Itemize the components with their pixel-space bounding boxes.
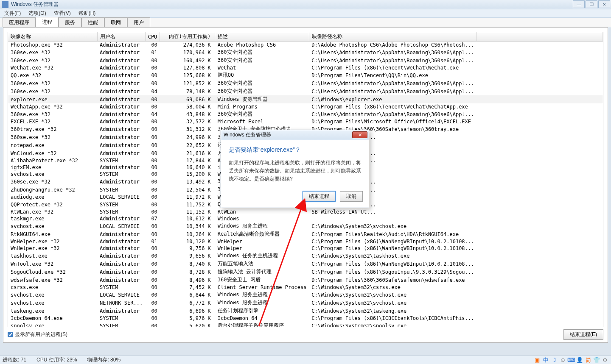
status-cpu: CPU 使用率: 23%	[36, 356, 77, 364]
col-cpu[interactable]: CPU	[145, 32, 160, 42]
tray-icon[interactable]: ⌨	[568, 357, 575, 364]
cell-mem: 5,620 K	[160, 322, 215, 327]
tray-icon[interactable]: 👕	[593, 357, 600, 364]
close-button[interactable]: ✕	[598, 0, 610, 8]
table-row[interactable]: wdswfsafe.exe *32Administrator008,496 K3…	[8, 276, 603, 284]
cell-user: Administrator	[97, 164, 145, 171]
tab-processes[interactable]: 进程	[36, 17, 59, 27]
tray-icon[interactable]: ⚙	[602, 357, 608, 364]
table-row[interactable]: WeChatApp.exe *32Administrator0058,004 K…	[8, 103, 603, 110]
table-row[interactable]: WnTool.exe *32Administrator008,740 K万能五笔…	[8, 260, 603, 268]
col-user[interactable]: 用户名	[97, 32, 145, 42]
table-row[interactable]: SogouCloud.exe *32Administrator008,728 K…	[8, 268, 603, 276]
cell-path: D:\Program Files\Tencent\QQ\Bin\QQ.exe	[309, 71, 476, 79]
cell-cpu: 07	[145, 215, 160, 222]
table-row[interactable]: csrss.exeSYSTEM007,452 KClient Server Ru…	[8, 284, 603, 291]
tray-icon[interactable]: ▣	[534, 357, 541, 364]
cell-desc: 360安全浏览器	[215, 87, 309, 95]
cell-mem: 12,504 K	[160, 186, 215, 194]
cell-mem: 24,996 K	[160, 133, 215, 141]
table-row[interactable]: taskeng.exeAdministrator006,696 K任务计划程序引…	[8, 307, 603, 315]
menu-view[interactable]: 查看(V)	[52, 9, 73, 18]
tray-icon[interactable]: 👤	[576, 357, 583, 364]
show-all-users-input[interactable]	[8, 332, 13, 337]
cell-cpu: 00	[145, 103, 160, 110]
menu-options[interactable]: 选项(O)	[27, 9, 48, 18]
minimize-button[interactable]: —	[573, 0, 585, 8]
table-row[interactable]: taskmgr.exeAdministrator0710,612 KWindow…	[8, 215, 603, 222]
cell-user: SYSTEM	[97, 284, 145, 291]
cell-cpu: 00	[145, 56, 160, 64]
table-row[interactable]: Photoshop.exe *32Administrator00274,036 …	[8, 42, 603, 49]
table-row[interactable]: 360se.exe *32Administrator00160,492 K360…	[8, 56, 603, 64]
col-description[interactable]: 描述	[215, 32, 309, 42]
table-row[interactable]: RtWLan.exe *32SYSTEM0011,152 KRtWLanSB W…	[8, 208, 603, 215]
table-row[interactable]: explorer.exeAdministrator0069,086 KWindo…	[8, 95, 603, 103]
status-process-count: 进程数: 71	[3, 356, 26, 364]
table-row[interactable]: svchost.exeNETWORK SER...006,772 KWindow…	[8, 299, 603, 307]
cell-cpu: 00	[145, 268, 160, 276]
table-row[interactable]: 360se.exe *32Administrator0443,848 K360安…	[8, 110, 603, 118]
cell-mem: 32,572 K	[160, 118, 215, 125]
cell-mem: 6,772 K	[160, 299, 215, 307]
dialog-ok-button[interactable]: 结束进程	[303, 191, 336, 202]
tab-performance[interactable]: 性能	[81, 17, 104, 27]
cell-mem: 6,696 K	[160, 307, 215, 315]
cell-desc: WnHelper	[215, 245, 309, 252]
cell-mem: 121,852 K	[160, 79, 215, 87]
table-row[interactable]: 360se.exe *32Administrator00121,852 K360…	[8, 79, 603, 87]
end-process-button[interactable]: 结束进程(E)	[563, 329, 603, 340]
menubar: 文件(F) 选项(O) 查看(V) 帮助(H)	[0, 9, 611, 18]
table-row[interactable]: spoolsv.exeSYSTEM005,620 K后台处理程序子系统应用程序C…	[8, 322, 603, 327]
table-row[interactable]: QQ.exe *32Administrator00125,668 K腾讯QQD:…	[8, 71, 603, 79]
cell-path: C:\Program Files (x86)\WanNengWBInput\10…	[309, 260, 476, 268]
cell-user: Administrator	[97, 268, 145, 276]
cell-mem: 125,668 K	[160, 71, 215, 79]
cell-name: taskhost.exe	[8, 252, 97, 260]
cell-desc: IcbcDaemon_64	[215, 315, 309, 322]
tray-icon[interactable]: 中	[542, 357, 549, 364]
col-path[interactable]: 映像路径名称	[309, 32, 476, 42]
cell-user: Administrator	[97, 238, 145, 245]
cell-desc: Adobe Photoshop CS6	[215, 42, 309, 49]
table-row[interactable]: svchost.exeLOCAL SERVICE006,844 KWindows…	[8, 291, 603, 299]
cell-desc: WnHelper	[215, 238, 309, 245]
cell-desc: RtWLan	[215, 208, 309, 215]
cell-cpu: 00	[145, 157, 160, 164]
cell-desc: 万能五笔输入法	[215, 260, 309, 268]
show-all-users-checkbox[interactable]: 显示所有用户的进程(S)	[8, 331, 67, 338]
cell-user: Administrator	[97, 56, 145, 64]
col-image-name[interactable]: 映像名称	[8, 32, 97, 42]
tab-applications[interactable]: 应用程序	[3, 17, 36, 27]
table-row[interactable]: 360se.exe *32Administrator0478,148 K360安…	[8, 87, 603, 95]
cell-cpu: 00	[145, 307, 160, 315]
table-row[interactable]: svchost.exeLOCAL SERVICE0010,344 KWindow…	[8, 222, 603, 230]
cell-user: Administrator	[97, 118, 145, 125]
cell-user: Administrator	[97, 125, 145, 133]
menu-file[interactable]: 文件(F)	[3, 9, 22, 18]
menu-help[interactable]: 帮助(H)	[77, 9, 98, 18]
table-row[interactable]: RtkNGUI64.exeAdministrator0010,264 KReal…	[8, 230, 603, 238]
table-row[interactable]: IcbcDaemon_64.exeSYSTEM005,976 KIcbcDaem…	[8, 315, 603, 322]
table-row[interactable]: 360se.exe *32Administrator01170,964 K360…	[8, 48, 603, 56]
table-row[interactable]: WeChat.exe *32Administrator00127,808 KWe…	[8, 64, 603, 71]
table-row[interactable]: WnHelper.exe *32Administrator009,756 KWn…	[8, 245, 603, 252]
maximize-button[interactable]: ❐	[586, 0, 597, 8]
cell-desc: 任务计划程序引擎	[215, 307, 309, 315]
table-row[interactable]: EXCEL.EXE *32Administrator0032,572 KMicr…	[8, 118, 603, 125]
dialog-close-button[interactable]: ✕	[352, 131, 367, 138]
cell-cpu: 00	[145, 42, 160, 49]
col-memory[interactable]: 内存(专用工作集)	[160, 32, 215, 42]
tab-networking[interactable]: 联网	[104, 17, 127, 27]
tray-icon[interactable]: 简	[585, 357, 591, 364]
tab-services[interactable]: 服务	[59, 17, 81, 27]
table-row[interactable]: WnHelper.exe *32Administrator0110,120 KW…	[8, 238, 603, 245]
cell-mem: 8,496 K	[160, 276, 215, 284]
tab-users[interactable]: 用户	[127, 17, 150, 27]
table-row[interactable]: taskhost.exeAdministrator009,656 KWindow…	[8, 252, 603, 260]
cell-mem: 10,120 K	[160, 238, 215, 245]
dialog-cancel-button[interactable]: 取消	[340, 191, 363, 202]
tray-icon[interactable]: ⊙	[559, 357, 566, 364]
tray-icon[interactable]: ☽	[551, 357, 558, 364]
cell-cpu: 04	[145, 87, 160, 95]
